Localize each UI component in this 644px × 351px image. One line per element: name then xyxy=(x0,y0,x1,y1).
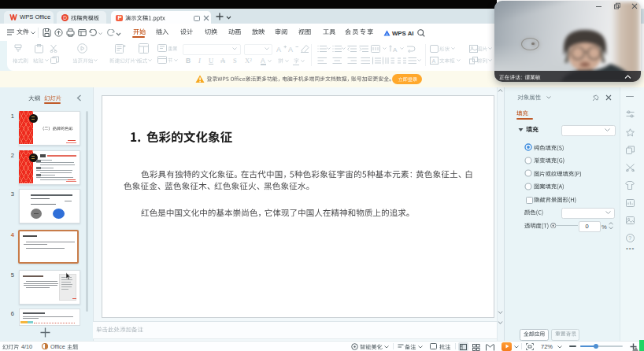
svg-text:A: A xyxy=(288,46,293,54)
svg-text:A: A xyxy=(276,46,281,54)
svg-text:?: ? xyxy=(628,235,631,241)
svg-text:D: D xyxy=(63,15,67,20)
svg-text:A: A xyxy=(393,46,398,53)
svg-text:A: A xyxy=(432,58,436,64)
